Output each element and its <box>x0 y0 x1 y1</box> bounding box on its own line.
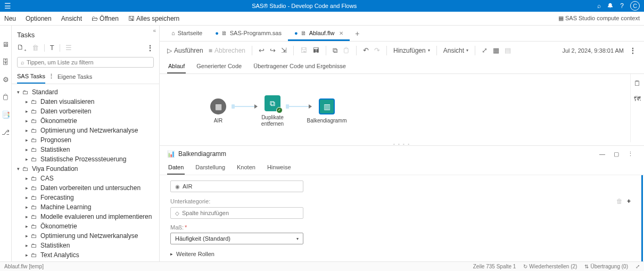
tree-node[interactable]: ▸🗀Statistiken <box>17 145 157 154</box>
add-column-icon[interactable]: + <box>627 198 631 205</box>
menu-new[interactable]: Neu <box>4 15 16 22</box>
maximize-icon[interactable]: ▢ <box>614 151 619 158</box>
list-icon[interactable]: ☰ <box>65 44 72 52</box>
outline-icon[interactable]: 🗺︎ <box>634 95 641 103</box>
rail-libraries-icon[interactable]: 🗄︎ <box>2 58 9 66</box>
rail-git-icon[interactable]: ⎇ <box>2 128 10 136</box>
prop-more-icon[interactable]: ⋮ <box>628 151 633 158</box>
tree-node[interactable]: ▸🗀Ökonometrie <box>17 116 157 126</box>
notes-icon[interactable]: 🗒 <box>634 79 641 87</box>
search-icon[interactable]: ⌕ <box>597 2 601 10</box>
category-field[interactable]: ◉AIR <box>170 180 303 192</box>
tree-node[interactable]: ▸🗀Daten vorbereiten <box>17 106 157 116</box>
node-barchart[interactable]: ▥ Balkendiagramm <box>306 98 348 124</box>
export-icon[interactable]: ⇲ <box>281 46 287 54</box>
status-restore[interactable]: ↻Wiederherstellen (2) <box>523 264 577 269</box>
delete-icon[interactable]: 🗑 <box>32 44 39 52</box>
minimize-icon[interactable]: — <box>599 151 605 158</box>
toolbar-more-icon[interactable]: ⋮ <box>629 46 637 55</box>
ptab-notes[interactable]: Hinweise <box>266 162 292 175</box>
rail-server-icon[interactable]: 🖥︎ <box>2 40 9 48</box>
tree-node[interactable]: ▸🗀Optimierung und Netzwerkanalyse <box>17 231 157 241</box>
menu-view[interactable]: Ansicht <box>61 15 82 22</box>
avatar[interactable]: C <box>630 1 640 11</box>
node-air[interactable]: ▦ AIR <box>197 98 240 124</box>
hamburger-icon[interactable]: ☰ <box>4 2 11 10</box>
flow-link[interactable] <box>234 106 257 107</box>
tree-node[interactable]: ▸🗀Prognosen <box>17 135 157 145</box>
flow-link[interactable] <box>288 106 311 107</box>
bell-icon[interactable]: 🔔︎ <box>607 2 614 10</box>
tree-node[interactable]: ▸🗀Forecasting <box>17 193 157 202</box>
copy-icon[interactable]: ⧉ <box>333 46 337 55</box>
undo-icon[interactable]: ↶ <box>363 46 369 54</box>
ctab-submitted[interactable]: Übertragener Code und Ergebnisse <box>252 60 347 73</box>
tree-node[interactable]: ▸🗀Ökonometrie <box>17 221 157 231</box>
text-icon[interactable]: T <box>50 44 54 52</box>
tree-node-standard[interactable]: ▾🗀Standard <box>17 87 157 97</box>
menu-options[interactable]: Optionen <box>26 15 52 22</box>
grid-icon[interactable]: ▦ <box>493 46 499 54</box>
tree-node[interactable]: ▸🗀Text Analytics <box>17 250 157 260</box>
subcat-field[interactable]: ◇ <box>170 207 303 219</box>
task-search-input[interactable] <box>27 59 150 65</box>
save-icon[interactable]: 🖫 <box>300 46 307 54</box>
run-button[interactable]: ▷Ausführen <box>167 47 203 54</box>
node-label: Balkendiagramm <box>307 118 346 124</box>
node-dedup[interactable]: ⧉✓ Duplikate entfernen <box>251 95 294 127</box>
delete-column-icon[interactable]: 🗑 <box>616 198 623 205</box>
tab-flow[interactable]: ●🗎Ablauf.flw✕ <box>288 27 350 41</box>
ptab-style[interactable]: Darstellung <box>194 162 226 175</box>
subtab-more-icon[interactable]: ⋮ <box>48 73 54 83</box>
subcat-input[interactable] <box>182 210 299 216</box>
chevron-down-icon: ▾ <box>17 166 22 171</box>
saveas-icon[interactable]: 🖬 <box>312 46 319 54</box>
tree-node[interactable]: ▸🗀Optimierung und Netzwerkanalyse <box>17 126 157 135</box>
flow-canvas[interactable]: ▦ AIR ⧉✓ Duplikate entfernen ▥ Balkendia… <box>160 74 630 142</box>
paste-icon[interactable]: 📋︎ <box>343 46 350 54</box>
tree-node[interactable]: ▸🗀Machine Learning <box>17 202 157 212</box>
ptab-node[interactable]: Knoten <box>236 162 257 175</box>
collapse-panel-icon[interactable]: « <box>153 28 156 34</box>
menu-open[interactable]: 🗁Öffnen <box>92 15 119 22</box>
rail-clipboard-icon[interactable]: 📋︎ <box>2 93 9 101</box>
layout-icon[interactable]: ▤ <box>505 46 511 54</box>
panel-more-icon[interactable]: ⋮ <box>146 44 154 52</box>
ctab-flow[interactable]: Ablauf <box>167 60 186 73</box>
close-tab-icon[interactable]: ✕ <box>339 30 343 36</box>
tab-start[interactable]: ⌂Startseite <box>165 27 209 41</box>
task-search[interactable]: ⌕ <box>17 57 154 68</box>
rail-gear-icon[interactable]: ⚙ <box>3 76 9 84</box>
help-icon[interactable]: ? <box>620 2 624 10</box>
tab-program[interactable]: ●🗎SAS-Programm.sas <box>209 27 288 41</box>
tree-node[interactable]: ▸🗀Modelle evaluieren und implementieren <box>17 212 157 221</box>
tree-node[interactable]: ▸🗀Daten visualisieren <box>17 97 157 106</box>
new-task-icon[interactable]: 🗋+ <box>17 43 27 53</box>
tree-node[interactable]: ▸🗀CAS <box>17 174 157 183</box>
view-dropdown[interactable]: Ansicht▾ <box>443 47 468 54</box>
subtab-sas-tasks[interactable]: SAS Tasks <box>17 73 45 84</box>
fit-icon[interactable]: ⤢ <box>482 46 488 54</box>
tree-node[interactable]: ▸🗀Statistiken <box>17 241 157 250</box>
subtab-own-tasks[interactable]: Eigene Tasks <box>57 73 92 83</box>
status-cursor: Zeile 735 Spalte 1 <box>473 264 516 269</box>
tree-node-viya[interactable]: ▾🗀Viya Foundation <box>17 164 157 174</box>
ctab-generated[interactable]: Generierter Code <box>195 60 243 73</box>
add-dropdown[interactable]: Hinzufügen▾ <box>393 47 430 54</box>
redo-icon[interactable]: ↷ <box>374 46 380 54</box>
category-value: AIR <box>183 183 192 190</box>
add-tab-button[interactable]: + <box>350 26 365 41</box>
more-roles-expander[interactable]: ▸Weitere Rollen <box>170 250 631 258</box>
measure-select[interactable]: Häufigkeit (Standard)▾ <box>170 233 303 244</box>
rail-snippets-icon[interactable]: 📑 <box>2 111 10 119</box>
ptab-data[interactable]: Daten <box>167 162 185 175</box>
tree-node[interactable]: ▸🗀Daten vorbereiten und untersuchen <box>17 183 157 193</box>
compute-context[interactable]: ▦ SAS Studio compute context <box>558 15 640 22</box>
folder-open-icon: 🗁 <box>92 15 98 22</box>
menu-saveall[interactable]: 🖫Alles speichern <box>128 15 179 22</box>
send-forward-icon[interactable]: ↪︎ <box>270 46 276 54</box>
tree-node[interactable]: ▸🗀Statistische Prozesssteuerung <box>17 154 157 164</box>
status-expand-icon[interactable]: ⤢ <box>635 264 640 269</box>
status-transfer[interactable]: ⇅Übertragung (0) <box>584 264 628 269</box>
send-back-icon[interactable]: ↩︎ <box>259 46 265 54</box>
